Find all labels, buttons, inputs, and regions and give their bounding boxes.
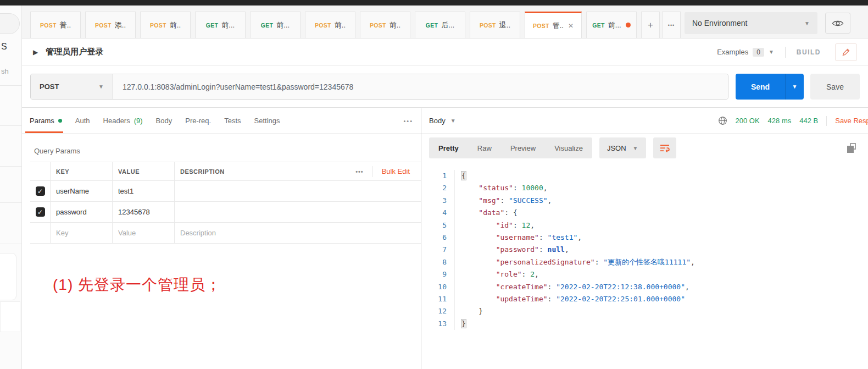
line-number: 8 [421, 256, 447, 268]
view-visualize[interactable]: Visualize [545, 144, 592, 152]
method-selector[interactable]: POST ▼ [31, 74, 113, 99]
request-tab-2[interactable]: POST前.. [140, 12, 191, 38]
sidebar-label-sub: sh [1, 67, 9, 75]
line-number: 11 [421, 293, 447, 305]
request-tab-0[interactable]: POST普.. [30, 12, 81, 38]
param-key-input[interactable]: userName [51, 181, 113, 201]
code-line-13: 13} [421, 318, 868, 330]
app-top-bar [0, 0, 868, 5]
collapse-caret-icon[interactable]: ▶ [33, 48, 38, 56]
request-tab-10[interactable]: GET前... [586, 12, 637, 38]
param-description-input[interactable] [175, 181, 421, 201]
tab-body[interactable]: Body [149, 108, 179, 133]
tab-tests[interactable]: Tests [218, 108, 247, 133]
view-raw[interactable]: Raw [468, 144, 501, 152]
request-tab-7[interactable]: GET后... [415, 12, 465, 38]
code-line-content: "data": { [454, 207, 868, 219]
param-value-input[interactable]: test1 [113, 181, 175, 201]
environment-selector[interactable]: No Environment ▼ [685, 12, 817, 34]
param-value-placeholder[interactable]: Value [113, 223, 175, 243]
response-body-selector[interactable]: Body ▼ [429, 117, 456, 125]
response-time[interactable]: 428 ms [768, 117, 792, 125]
tab-body-label: Body [156, 117, 173, 125]
param-value-input[interactable]: 12345678 [113, 202, 175, 222]
close-tab-icon[interactable]: ✕ [568, 22, 574, 30]
tab-settings[interactable]: Settings [248, 108, 287, 133]
request-tab-4[interactable]: GET前... [250, 12, 301, 38]
code-line-12: 12 } [421, 305, 868, 317]
section-tabs-more-icon[interactable]: ••• [403, 118, 413, 124]
checked-checkbox[interactable]: ✓ [36, 207, 45, 217]
params-more-icon[interactable]: ••• [355, 168, 364, 175]
send-button[interactable]: Send ▼ [736, 74, 804, 100]
wrap-lines-button[interactable] [653, 137, 676, 158]
tab-method-label: GET [261, 22, 274, 29]
request-tab-9[interactable]: POST管..✕ [525, 12, 582, 38]
code-line-4: 4 "data": { [421, 207, 868, 219]
param-key-input[interactable]: password [51, 202, 113, 222]
send-options-chevron-icon[interactable]: ▼ [785, 74, 804, 100]
tab-auth[interactable]: Auth [69, 108, 97, 133]
response-format-selector[interactable]: JSON ▼ [599, 137, 646, 158]
network-globe-icon[interactable] [718, 116, 727, 125]
tab-overflow-button[interactable]: ••• [662, 12, 681, 38]
request-tab-8[interactable]: POST退.. [470, 12, 520, 38]
tab-title-label: 前... [608, 20, 621, 30]
code-line-9: 9 "role": 2, [421, 268, 868, 280]
request-tab-3[interactable]: GET前... [195, 12, 246, 38]
request-tab-1[interactable]: POST添.. [85, 12, 136, 38]
tab-pre-request[interactable]: Pre-req. [179, 108, 218, 133]
sidebar-pill[interactable] [0, 13, 20, 34]
param-checkbox-cell[interactable]: ✓ [30, 202, 51, 222]
code-line-content: } [454, 318, 868, 330]
checked-checkbox[interactable]: ✓ [36, 186, 45, 196]
response-header-row: Body ▼ 200 OK 428 ms 442 B Save Response [421, 108, 868, 134]
view-preview[interactable]: Preview [501, 144, 545, 152]
code-line-content: "username": "test1", [454, 232, 868, 244]
request-tab-5[interactable]: POST前.. [305, 12, 355, 38]
new-tab-button[interactable]: + [641, 12, 660, 38]
tab-title-label: 添.. [115, 20, 126, 30]
code-line-5: 5 "id": 12, [421, 219, 868, 232]
url-input[interactable]: 127.0.0.1:8083/adminLogin?userName=test1… [113, 74, 728, 99]
response-size[interactable]: 442 B [799, 117, 818, 125]
code-line-3: 3 "msg": "SUCCESS", [421, 195, 868, 207]
build-label[interactable]: BUILD [797, 48, 821, 56]
send-label[interactable]: Send [736, 74, 785, 100]
tab-params[interactable]: Params [23, 108, 69, 133]
tab-method-label: POST [533, 23, 549, 29]
param-checkbox-cell[interactable]: ✓ [30, 181, 51, 201]
column-description: DESCRIPTION [180, 168, 225, 175]
param-description-input[interactable] [175, 202, 421, 222]
sidebar-label-top: S [1, 42, 7, 52]
request-url-row: POST ▼ 127.0.0.1:8083/adminLogin?userNam… [22, 66, 868, 108]
examples-label[interactable]: Examples [717, 48, 748, 56]
save-response-link[interactable]: Save Response [835, 117, 868, 125]
code-line-7: 7 "password": null, [421, 244, 868, 256]
response-code[interactable]: 1{2 "status": 10000,3 "msg": "SUCCESS",4… [421, 162, 868, 330]
request-tab-6[interactable]: POST前.. [360, 12, 410, 38]
edit-button[interactable] [835, 43, 857, 61]
code-line-10: 10 "createTime": "2022-02-20T22:12:38.00… [421, 281, 868, 293]
tab-method-label: GET [426, 22, 438, 29]
examples-chevron-icon[interactable]: ▼ [769, 49, 774, 55]
code-line-content: "personalizedSignature": "更新的个性签名哦11111"… [454, 256, 868, 268]
code-line-content: "createTime": "2022-02-20T22:12:38.000+0… [454, 281, 868, 293]
bulk-edit-link[interactable]: Bulk Edit [382, 167, 410, 175]
environment-quick-look-button[interactable] [825, 13, 850, 34]
headers-count-badge: (9) [134, 117, 143, 125]
save-button[interactable]: Save [810, 74, 860, 100]
tab-headers[interactable]: Headers (9) [97, 108, 149, 133]
response-status[interactable]: 200 OK [736, 117, 760, 125]
query-params-header-row: KEY VALUE DESCRIPTION ••• Bulk Edit [30, 162, 421, 181]
param-description-placeholder[interactable]: Description [175, 223, 421, 243]
param-checkbox-cell[interactable] [30, 223, 51, 243]
request-tab-strip: POST普..POST添..POST前..GET前...GET前...POST前… [22, 5, 868, 38]
param-row-1: ✓password12345678 [30, 202, 421, 223]
param-key-placeholder[interactable]: Key [51, 223, 113, 243]
copy-response-button[interactable] [847, 143, 857, 153]
tab-method-label: POST [150, 22, 166, 29]
line-number: 12 [421, 305, 447, 317]
tab-title-label: 管.. [553, 21, 564, 31]
view-pretty[interactable]: Pretty [429, 144, 468, 152]
